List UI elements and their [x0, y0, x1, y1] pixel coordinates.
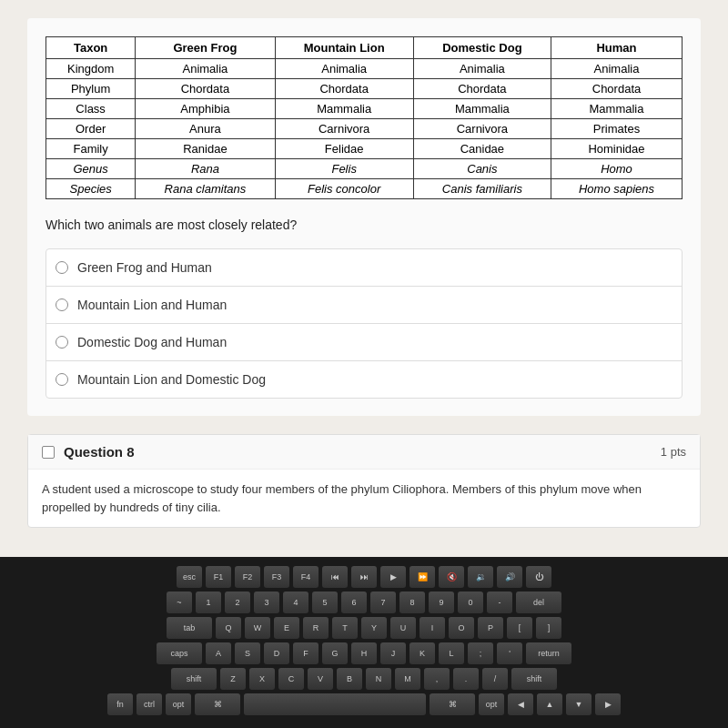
- table-cell: Animalia: [136, 59, 275, 79]
- key-f2[interactable]: F2: [235, 566, 260, 588]
- table-cell: Primates: [551, 119, 682, 139]
- key-f10[interactable]: 🔉: [468, 566, 493, 588]
- key-minus[interactable]: -: [487, 592, 512, 613]
- table-cell: Chordata: [275, 79, 413, 99]
- key-5[interactable]: 5: [312, 592, 338, 613]
- option-2[interactable]: Mountain Lion and Human: [46, 286, 682, 324]
- option-1[interactable]: Green Frog and Human: [46, 248, 682, 287]
- key-4[interactable]: 4: [283, 592, 308, 613]
- key-v[interactable]: V: [308, 668, 333, 690]
- key-bracket[interactable]: [: [507, 617, 532, 639]
- key-left[interactable]: ◀: [508, 693, 533, 715]
- key-b[interactable]: B: [337, 668, 362, 690]
- key-r[interactable]: R: [303, 617, 329, 639]
- table-cell: Homo sapiens: [551, 179, 682, 199]
- question-8-checkbox[interactable]: [42, 446, 55, 459]
- key-s[interactable]: S: [235, 642, 260, 664]
- key-caps[interactable]: caps: [157, 642, 202, 664]
- table-cell: Kingdom: [46, 59, 136, 79]
- key-tab[interactable]: tab: [167, 617, 212, 639]
- key-8[interactable]: 8: [399, 592, 425, 613]
- key-right[interactable]: ▶: [595, 693, 621, 715]
- key-n[interactable]: N: [366, 668, 391, 690]
- key-1[interactable]: 1: [196, 592, 221, 613]
- table-cell: Mammalia: [413, 99, 551, 119]
- option-4[interactable]: Mountain Lion and Domestic Dog: [46, 360, 682, 399]
- key-i[interactable]: I: [420, 617, 445, 639]
- key-f8[interactable]: ⏩: [410, 566, 435, 588]
- key-k[interactable]: K: [410, 642, 435, 664]
- key-delete[interactable]: del: [516, 592, 561, 613]
- question-8-section: Question 8 1 pts A student used a micros…: [27, 434, 701, 528]
- key-f3[interactable]: F3: [264, 566, 289, 588]
- key-period[interactable]: .: [453, 668, 479, 690]
- key-power[interactable]: ⏻: [526, 566, 551, 588]
- key-cmd-r[interactable]: ⌘: [430, 693, 475, 715]
- key-q[interactable]: Q: [216, 617, 241, 639]
- key-alt-r[interactable]: opt: [479, 693, 504, 715]
- radio-3[interactable]: [56, 336, 68, 349]
- key-f6[interactable]: ⏭: [351, 566, 377, 588]
- key-x[interactable]: X: [249, 668, 275, 690]
- key-t[interactable]: T: [332, 617, 358, 639]
- key-m[interactable]: M: [395, 668, 420, 690]
- key-semicolon[interactable]: ;: [468, 642, 493, 664]
- key-0[interactable]: 0: [458, 592, 483, 613]
- key-alt-l[interactable]: opt: [166, 693, 191, 715]
- key-f1[interactable]: F1: [206, 566, 231, 588]
- key-c[interactable]: C: [278, 668, 304, 690]
- key-cmd-l[interactable]: ⌘: [195, 693, 240, 715]
- key-3[interactable]: 3: [254, 592, 279, 613]
- option-3[interactable]: Domestic Dog and Human: [46, 323, 682, 361]
- table-cell: Animalia: [551, 59, 682, 79]
- key-7[interactable]: 7: [370, 592, 396, 613]
- key-ctrl[interactable]: ctrl: [136, 693, 162, 715]
- keyboard-area: esc F1 F2 F3 F4 ⏮ ⏭ ▶ ⏩ 🔇 🔉 🔊 ⏻ ~ 1 2 3 …: [0, 557, 728, 728]
- key-9[interactable]: 9: [429, 592, 454, 613]
- key-slash[interactable]: /: [482, 668, 508, 690]
- radio-1[interactable]: [56, 261, 68, 274]
- key-2[interactable]: 2: [225, 592, 250, 613]
- keyboard-row-1: esc F1 F2 F3 F4 ⏮ ⏭ ▶ ⏩ 🔇 🔉 🔊 ⏻: [177, 566, 551, 588]
- key-up[interactable]: ▲: [537, 693, 562, 715]
- key-e[interactable]: E: [274, 617, 299, 639]
- key-u[interactable]: U: [390, 617, 416, 639]
- key-f[interactable]: F: [293, 642, 318, 664]
- key-y[interactable]: Y: [361, 617, 387, 639]
- key-f5[interactable]: ⏮: [322, 566, 348, 588]
- key-f11[interactable]: 🔊: [497, 566, 522, 588]
- radio-4[interactable]: [56, 373, 68, 386]
- key-down[interactable]: ▼: [566, 693, 592, 715]
- key-f7[interactable]: ▶: [380, 566, 406, 588]
- key-z[interactable]: Z: [220, 668, 246, 690]
- key-a[interactable]: A: [206, 642, 231, 664]
- key-quote[interactable]: ': [497, 642, 522, 664]
- keyboard-row-4: caps A S D F G H J K L ; ' return: [157, 642, 571, 664]
- key-p[interactable]: P: [478, 617, 503, 639]
- key-j[interactable]: J: [380, 642, 406, 664]
- key-f9[interactable]: 🔇: [439, 566, 464, 588]
- key-space[interactable]: [244, 693, 426, 715]
- key-bracket-r[interactable]: ]: [536, 617, 561, 639]
- key-shift-l[interactable]: shift: [171, 668, 217, 690]
- key-shift-r[interactable]: shift: [511, 668, 557, 690]
- taxon-table: Taxon Green Frog Mountain Lion Domestic …: [46, 36, 682, 199]
- key-o[interactable]: O: [449, 617, 474, 639]
- key-return[interactable]: return: [526, 642, 571, 664]
- key-6[interactable]: 6: [341, 592, 367, 613]
- key-f4[interactable]: F4: [293, 566, 318, 588]
- key-d[interactable]: D: [264, 642, 289, 664]
- key-comma[interactable]: ,: [424, 668, 450, 690]
- key-h[interactable]: H: [351, 642, 377, 664]
- key-fn[interactable]: fn: [107, 693, 133, 715]
- key-esc[interactable]: esc: [177, 566, 202, 588]
- key-w[interactable]: W: [245, 617, 270, 639]
- table-cell: Genus: [46, 159, 136, 179]
- question-8-title: Question 8: [64, 444, 135, 460]
- radio-2[interactable]: [56, 298, 68, 311]
- key-g[interactable]: G: [322, 642, 348, 664]
- key-l[interactable]: L: [439, 642, 464, 664]
- key-tilde[interactable]: ~: [167, 592, 192, 613]
- table-cell: Canis: [413, 159, 551, 179]
- table-cell: Mammalia: [275, 99, 413, 119]
